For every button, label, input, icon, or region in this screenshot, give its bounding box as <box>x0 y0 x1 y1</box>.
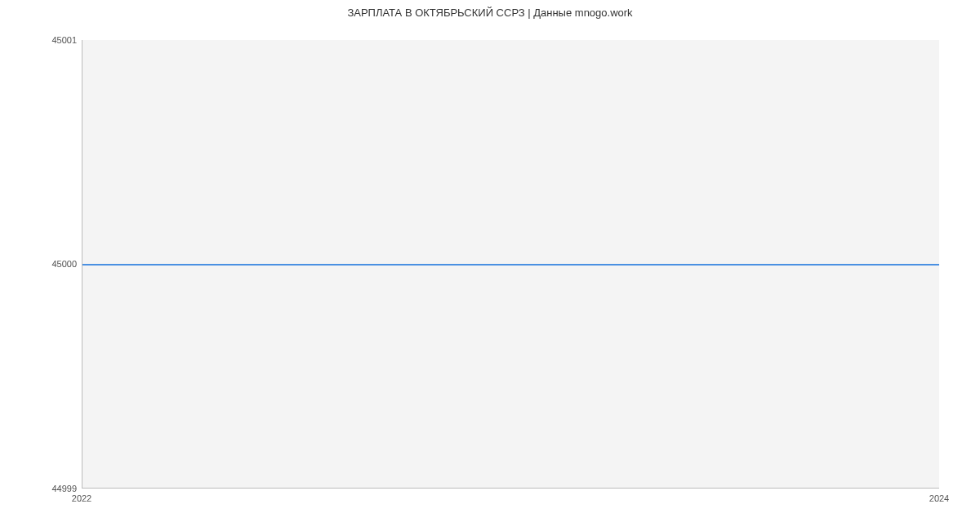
data-line <box>82 264 939 266</box>
x-tick-label: 2024 <box>929 493 949 503</box>
chart-title: ЗАРПЛАТА В ОКТЯБРЬСКИЙ ССРЗ | Данные mno… <box>0 7 980 19</box>
x-tick-label: 2022 <box>72 493 91 503</box>
y-tick-label: 45001 <box>51 35 77 45</box>
y-tick-label: 45000 <box>51 259 77 269</box>
y-tick-label: 44999 <box>51 484 77 493</box>
plot-area <box>82 40 939 489</box>
